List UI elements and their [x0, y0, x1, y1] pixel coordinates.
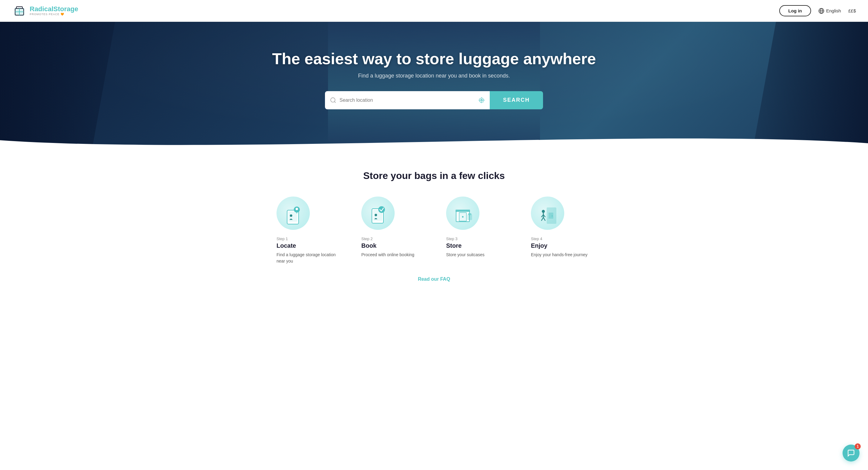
svg-line-39 — [543, 217, 545, 220]
faq-link[interactable]: Read our FAQ — [18, 277, 850, 282]
logo-main-text: RadicalStorage — [30, 5, 78, 13]
search-bar: SEARCH — [325, 91, 543, 109]
svg-point-20 — [290, 214, 292, 217]
svg-line-9 — [334, 101, 336, 103]
step-2: Step 2 Book Proceed with online booking — [361, 196, 422, 264]
language-selector[interactable]: English — [818, 8, 841, 14]
header: RadicalStorage PROMOTES PEACE 🧡 Log in E… — [0, 0, 868, 22]
steps-section: Store your bags in a few clicks Step — [0, 149, 868, 306]
svg-point-10 — [480, 99, 483, 101]
globe-icon — [818, 8, 825, 14]
svg-point-33 — [552, 216, 553, 217]
step-1-desc: Find a luggage storage location near you — [277, 252, 337, 264]
svg-point-24 — [375, 214, 377, 216]
svg-point-27 — [462, 216, 464, 218]
hero-section: The easiest way to store luggage anywher… — [0, 22, 868, 149]
logo-text: RadicalStorage PROMOTES PEACE 🧡 — [30, 5, 78, 16]
svg-line-38 — [541, 217, 543, 220]
search-icon — [330, 97, 337, 103]
logo-sub-text: PROMOTES PEACE 🧡 — [30, 13, 78, 16]
step-1-name: Locate — [277, 242, 337, 249]
search-button[interactable]: SEARCH — [490, 91, 543, 109]
header-right: Log in English ££$ — [779, 5, 856, 17]
search-input-wrap — [325, 91, 490, 109]
svg-rect-28 — [456, 210, 470, 212]
step-3-desc: Store your suitcases — [446, 252, 507, 258]
svg-rect-17 — [288, 211, 298, 222]
svg-point-19 — [296, 208, 298, 210]
step-4-desc: Enjoy your hands-free journey — [531, 252, 591, 258]
currency-selector[interactable]: ££$ — [848, 8, 856, 13]
step-4-icon — [531, 196, 564, 230]
step-2-desc: Proceed with online booking — [361, 252, 422, 258]
svg-point-8 — [331, 97, 335, 102]
svg-point-11 — [479, 98, 484, 102]
hero-subtitle: Find a luggage storage location near you… — [358, 73, 510, 79]
steps-grid: Step 1 Locate Find a luggage storage loc… — [18, 196, 850, 264]
logo: RadicalStorage PROMOTES PEACE 🧡 — [12, 4, 78, 18]
step-4: Step 4 Enjoy Enjoy your hands-free journ… — [531, 196, 591, 264]
step-1-icon — [277, 196, 310, 230]
step-1-num: Step 1 — [277, 237, 337, 241]
login-button[interactable]: Log in — [779, 5, 811, 17]
svg-point-23 — [378, 206, 385, 213]
step-2-icon — [361, 196, 395, 230]
steps-title: Store your bags in a few clicks — [18, 170, 850, 181]
location-icon[interactable] — [478, 97, 485, 103]
hero-title: The easiest way to store luggage anywher… — [272, 50, 596, 68]
language-label: English — [826, 8, 841, 13]
svg-rect-29 — [468, 214, 472, 220]
hero-wave — [0, 128, 868, 149]
svg-rect-32 — [549, 213, 553, 219]
step-4-name: Enjoy — [531, 242, 591, 249]
step-2-num: Step 2 — [361, 237, 422, 241]
step-2-name: Book — [361, 242, 422, 249]
step-3-icon — [446, 196, 479, 230]
logo-icon — [12, 4, 27, 18]
search-input[interactable] — [340, 97, 475, 103]
step-3: Step 3 Store Store your suitcases — [446, 196, 507, 264]
step-3-name: Store — [446, 242, 507, 249]
step-1: Step 1 Locate Find a luggage storage loc… — [277, 196, 337, 264]
step-4-num: Step 4 — [531, 237, 591, 241]
step-3-num: Step 3 — [446, 237, 507, 241]
